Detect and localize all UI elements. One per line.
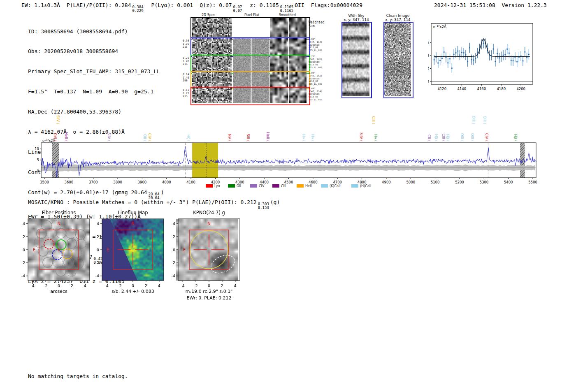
catalog-ellipse <box>208 252 237 276</box>
line-id-label: Hγ ( <box>311 135 315 141</box>
line-id-label: OIII ( <box>483 116 487 124</box>
spec2d-cell <box>192 56 232 71</box>
smoothed-cell <box>270 56 307 71</box>
map-x-tick: 2 <box>71 283 73 288</box>
plae-poii-value: P(LAE)/P(OII): 0.2840.3840.229 <box>67 2 145 8</box>
spec-x-tick: 4200 <box>211 180 220 184</box>
map-y-tick: 0 <box>97 248 99 252</box>
line-id-label: CIV ( <box>148 133 152 141</box>
map-x-tick: -2 <box>44 283 47 288</box>
cutout-row-annotation: 0.78"(347, 105)20200528v018_01315_LL_009 <box>309 55 322 69</box>
fit-y-tick: 0 <box>428 79 429 84</box>
pixelflat-cell <box>233 56 269 71</box>
spec-x-tick: 5000 <box>406 180 415 184</box>
with-sky-image <box>342 23 369 96</box>
legend-swatch <box>351 184 358 188</box>
line-id-label: OII ( <box>143 134 147 141</box>
footer-note: No matching targets in catalog. Row inte… <box>28 360 128 392</box>
spec-x-tick: 3600 <box>65 180 74 184</box>
east-label: E <box>183 248 186 252</box>
fiber-circle <box>56 267 66 276</box>
map-title: Lineflux Map <box>118 210 148 216</box>
header-meta: 2024-12-31 15:51:08 Version 1.22.3 <box>434 2 547 8</box>
smoothed-cell <box>270 88 307 103</box>
smoothed-cell <box>270 18 307 37</box>
map-x-tick: 2 <box>145 283 147 288</box>
z-err-stack: 0.11650.1165 <box>280 5 294 13</box>
spec-x-tick: 4700 <box>333 180 342 184</box>
fiber-circle <box>43 257 53 267</box>
line-id-label: OVI ( <box>53 133 57 141</box>
map-y-tick: -4 <box>95 274 99 278</box>
pixelflat-cell <box>233 88 269 103</box>
line-id-label: Hγ ( <box>302 135 306 141</box>
spec-x-tick: 4100 <box>186 180 195 184</box>
smoothed-cell <box>270 38 307 55</box>
spec-x-tick: 5400 <box>504 180 513 184</box>
pixelflat-cell <box>233 18 269 37</box>
selected-fiber-circle <box>52 250 62 260</box>
with-sky-title: With Sky <box>334 14 379 18</box>
north-label: N <box>131 221 134 226</box>
redshift-value: z: 0.11650.11650.1165OII <box>250 2 304 8</box>
map-y-tick: 2 <box>173 234 175 239</box>
fit-y-tick: 4 <box>428 53 429 58</box>
cutout-row-weights: 0.110.73215 <box>183 89 189 98</box>
aperture-panels-svg: -4-2024-4-2024Fiber PositionsNEarcsecs-4… <box>0 207 272 308</box>
fit-y-tick: 2 <box>428 66 429 70</box>
spec-y-tick: 0 <box>37 169 39 173</box>
obs-id: Obs: 20200528v018_3008558694 <box>28 48 164 55</box>
map-y-tick: 2 <box>97 234 99 239</box>
report-version: Version 1.22.3 <box>502 2 547 8</box>
fit-units-label: e⁻¹⁷x2Å <box>433 24 446 29</box>
with-sky-coords: x, y: 347, 114 <box>334 18 379 22</box>
east-label: E <box>107 248 109 252</box>
map-x-tick: -4 <box>30 283 34 288</box>
fiber-circle <box>76 239 86 249</box>
spec-x-tick: 5500 <box>528 180 537 184</box>
map-y-tick: 2 <box>23 234 25 239</box>
map-y-tick: -2 <box>172 260 175 265</box>
line-id-label: Hβ ( <box>513 134 518 141</box>
map-y-tick: 0 <box>23 248 25 252</box>
qz-value: Q(z): 0.070.070.07 <box>200 2 243 8</box>
line-id-label: HeII ( <box>64 132 68 141</box>
fiber-circle <box>66 267 76 276</box>
fit-x-tick: 4180 <box>497 87 506 91</box>
spec-x-tick: 4500 <box>284 180 293 184</box>
map-x-tick: 4 <box>158 283 160 288</box>
lineflux-xlabel: s/b: 2.44 +/- 0.083 <box>111 289 154 294</box>
fiber-xlabel: arcsecs <box>50 289 67 294</box>
spec-x-tick: 3800 <box>113 180 122 184</box>
spec2d-cell <box>192 18 232 37</box>
cutout-row-weights: 0.141.40196 <box>183 73 189 83</box>
spec-x-tick: 4800 <box>358 180 367 184</box>
kpno-xlabel-2: EWr: 0. PLAE: 0.212 <box>186 295 231 301</box>
smoothed-cell <box>270 72 307 87</box>
col-header-smoothed: Smoothed <box>279 13 296 17</box>
spec-x-tick: 5100 <box>431 180 440 184</box>
spec2d-cell <box>192 88 232 103</box>
qz-err-stack: 0.070.07 <box>233 5 242 13</box>
fit-x-tick: 4140 <box>458 87 467 91</box>
line-id-label: NV ( <box>228 134 232 141</box>
plya-value: P(Lyα): 0.001 <box>151 2 193 8</box>
ew-value: EW: 1.1±0.3Å <box>21 2 60 8</box>
line-id-label: HeII ( <box>266 132 270 141</box>
fit-x-tick: 4200 <box>516 87 525 91</box>
legend-label: (K)CaII <box>330 184 341 188</box>
cutout-row-annotation: 1.06"(345, 282)20200528v018_03315_LL_029 <box>309 72 322 86</box>
line-id-label: CII ( <box>427 135 431 141</box>
weighted-sum-label: WeightedSum <box>309 21 325 28</box>
col-header-2dspec: 2D Spec <box>202 13 215 17</box>
map-y-tick: -2 <box>95 260 99 265</box>
spec-x-tick: 5300 <box>479 180 488 184</box>
plae-err-stack: 0.3840.229 <box>132 5 143 13</box>
spec-x-tick: 3500 <box>40 180 49 184</box>
line-fit-svg: 412041404160418042000246e⁻¹⁷x2Å <box>428 16 564 97</box>
main-spectrum-svg: 3500360037003800390040004100420043004400… <box>0 107 576 194</box>
fiber-circle <box>38 246 48 256</box>
map-x-tick: 0 <box>208 283 210 288</box>
report-datetime: 2024-12-31 15:51:08 <box>434 2 495 8</box>
map-x-tick: 4 <box>84 283 86 288</box>
